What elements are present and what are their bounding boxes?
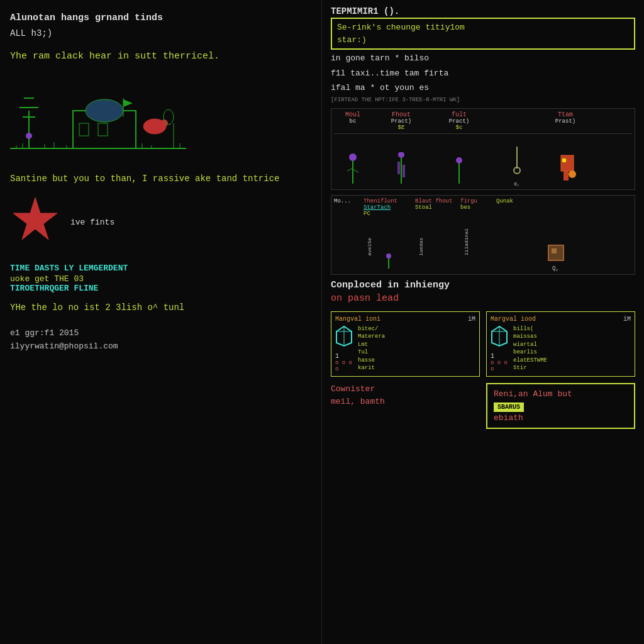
- bottom-left-line1: Cownister: [331, 383, 480, 396]
- svg-line-28: [347, 168, 353, 171]
- fig4-svg: [508, 147, 526, 181]
- fig2-svg: [392, 152, 410, 187]
- inv1-item4: Tul: [358, 348, 475, 357]
- inv1-item5: hasse: [358, 357, 475, 365]
- sbarus-badge-wrapper: SBARUS: [494, 401, 628, 412]
- inv2-item3: wiartal: [513, 341, 631, 349]
- main-container: Alunotan hangs grnand tinds ALL h3;) Yhe…: [0, 0, 644, 644]
- inv1-body: 1 o o oo bitec/ Materera Lmt Tul hasse k…: [335, 325, 475, 373]
- t1-col3: fult Pract) $c: [431, 111, 487, 131]
- inv1-dots: o o oo: [335, 360, 354, 372]
- inv1-icon-svg: [335, 325, 353, 347]
- inv2-icon: 1 o o oo: [491, 325, 509, 373]
- right-yellow-line1: Se-rink's cheunge titiy1om: [337, 21, 629, 34]
- inv2-item1: bills(: [513, 325, 631, 333]
- star-section: ive fints: [10, 194, 311, 251]
- cyan-inner: uoke get THE 03: [10, 274, 311, 284]
- fig-cell-4: 0,: [489, 136, 545, 187]
- game-scene: [10, 73, 186, 161]
- fig5-svg: [555, 152, 577, 187]
- t2-cell3: luedas: [415, 218, 459, 272]
- t1-col2: Fhout Pract) $E: [373, 111, 430, 131]
- svg-point-41: [569, 170, 576, 178]
- bottom-right-box: Reni,an Alum but SBARUS ebiath: [486, 383, 635, 429]
- inv2-body: 1 o o oo bills( maissas wiartal bearlis …: [491, 325, 631, 373]
- right-body2: f1l taxi..time tam firta: [331, 67, 635, 80]
- t2h-col5: Qunak: [496, 198, 540, 217]
- svg-marker-25: [13, 197, 57, 240]
- bottom-right-line2: ebiath: [494, 412, 628, 425]
- t2h-col6: [541, 198, 570, 217]
- svg-point-27: [349, 153, 357, 161]
- svg-point-31: [398, 152, 404, 158]
- fig1-svg: [344, 152, 362, 187]
- inv1-item2: Materera: [358, 333, 475, 341]
- svg-rect-40: [564, 171, 569, 180]
- right-title: TEPMIMIR1 ().: [331, 6, 635, 16]
- fig-cell-5: [547, 136, 584, 187]
- star-label: ive fints: [70, 218, 114, 227]
- game-table2: Mo... Theniflunt StarTach PC Blaut fhout…: [331, 195, 635, 275]
- footer: e1 ggr:f1 2015 ilyyrwatin@phopsil.com: [10, 327, 311, 353]
- fig3-svg: [450, 152, 468, 187]
- t2-box-svg: [547, 243, 565, 265]
- t2h-col4: firgu bes: [460, 198, 495, 217]
- svg-point-10: [86, 99, 123, 122]
- bottom-right-line1: Reni,an Alum but: [494, 388, 628, 401]
- t2-cell1: [334, 218, 362, 272]
- svg-rect-33: [402, 165, 405, 177]
- cyan-line2: TIROETHRQGER FLINE: [10, 284, 311, 293]
- inv1-content: bitec/ Materera Lmt Tul hasse karit: [358, 325, 475, 373]
- cyan-line1: TIME DASTS LY LEMGERDENT: [10, 262, 311, 275]
- bottom-right-red: on pasn lead: [331, 293, 635, 304]
- inv1-im: iM: [468, 316, 475, 323]
- t2-cell6: Q,: [541, 218, 570, 272]
- svg-point-6: [26, 133, 32, 139]
- inv2-icon-svg: [491, 325, 508, 347]
- game-scene-svg: [10, 73, 186, 161]
- t1-col4: [489, 111, 545, 131]
- t2h-col2: Theniflunt StarTach PC: [364, 198, 414, 217]
- t2h-col3: Blaut fhout Stoal: [415, 198, 459, 217]
- left-title: Alunotan hangs grnand tinds: [10, 11, 311, 25]
- left-bottom-text: YHe the lo no ist 2 3lish o^ tunl: [10, 301, 311, 314]
- inv1-num: 1: [335, 353, 354, 360]
- svg-rect-38: [561, 155, 574, 171]
- left-subtitle: ALL h3;): [10, 28, 311, 38]
- inv2-im: iM: [623, 316, 631, 323]
- svg-line-29: [353, 169, 358, 172]
- inv2-item4: bearlis: [513, 348, 631, 357]
- game-table1: Moul bc Fhout Pract) $E fult Pract) $c: [331, 108, 635, 190]
- t2-cell2: avel5e: [364, 218, 414, 272]
- t2-cell4: liladinal: [460, 218, 495, 272]
- t2h-col1: Mo...: [334, 198, 362, 217]
- inv2-item2: maissas: [513, 333, 631, 341]
- t1-col1: Moul bc: [334, 111, 372, 131]
- inv2-title: Margval iood: [491, 316, 536, 323]
- table1-header: Moul bc Fhout Pract) $E fult Pract) $c: [334, 111, 632, 134]
- t2-cell5: [496, 218, 540, 272]
- inv2-item6: Stir: [513, 364, 631, 372]
- inv1-item3: Lmt: [358, 341, 475, 349]
- inventory-row: Mangval ioni iM 1 o o oo bitec/: [331, 311, 635, 377]
- left-panel: Alunotan hangs grnand tinds ALL h3;) Yhe…: [0, 0, 322, 644]
- inv1-icon: 1 o o oo: [335, 325, 354, 373]
- footer-line1: e1 ggr:f1 2015: [10, 327, 311, 340]
- bottom-final-row: Cownister meil, bamth Reni,an Alum but S…: [331, 383, 635, 429]
- inv1-title: Mangval ioni: [335, 316, 380, 323]
- sbarus-badge: SBARUS: [494, 402, 524, 412]
- inv1-item6: karit: [358, 364, 475, 372]
- inv2-item5: elatESTWME: [513, 357, 631, 365]
- cyan-block: TIME DASTS LY LEMGERDENT uoke get THE 03…: [10, 262, 311, 294]
- inv2-dots: o o oo: [491, 360, 509, 372]
- svg-point-42: [386, 253, 391, 258]
- right-body1: in gone tarn * bilso: [331, 52, 635, 65]
- right-body3: ifal ma * ot youn es: [331, 82, 635, 94]
- svg-rect-32: [397, 162, 400, 174]
- right-small: [FIRTEAD THE HPT:IFE 3-TREE-R-MTRI WK]: [331, 97, 635, 103]
- star-icon: [10, 194, 60, 251]
- svg-point-35: [456, 157, 462, 164]
- left-section2: Santine but you to than, I rassive ake t…: [10, 172, 311, 186]
- left-body1: Yhe ram clack hear in sutt therricel.: [10, 50, 311, 64]
- inv-box-1: Mangval ioni iM 1 o o oo bitec/: [331, 311, 480, 377]
